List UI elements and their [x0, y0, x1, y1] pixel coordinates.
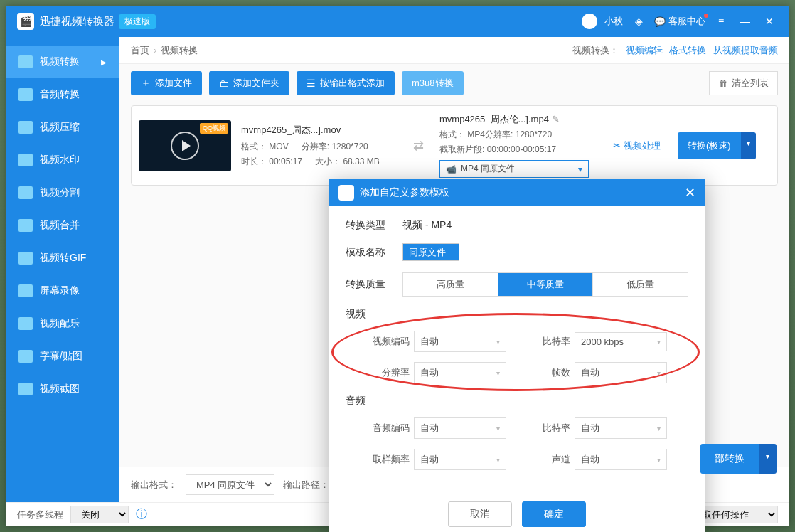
quality-medium-tab[interactable]: 中等质量: [498, 273, 594, 296]
sidebar-item-gif[interactable]: 视频转GIF: [6, 242, 119, 275]
video-convert-icon: [18, 55, 33, 68]
audio-bitrate-select[interactable]: 自动▾: [575, 417, 667, 439]
modal-close-button[interactable]: ✕: [685, 185, 695, 201]
thumb-tag: QQ视频: [200, 123, 228, 134]
output-path-label: 输出路径：: [283, 479, 329, 491]
folder-icon: 🗀: [219, 78, 229, 89]
audio-sample-select[interactable]: 自动▾: [414, 449, 506, 470]
audio-convert-icon: [18, 88, 33, 101]
m3u8-button[interactable]: m3u8转换: [402, 71, 464, 95]
modal-cancel-button[interactable]: 取消: [448, 501, 512, 527]
custom-params-modal: 添加自定义参数模板 ✕ 转换类型视频 - MP4 模板名称 转换质量 高质量 中…: [329, 179, 705, 532]
video-compress-icon: [18, 121, 33, 134]
app-title: 迅捷视频转换器: [40, 15, 114, 28]
info-icon[interactable]: ⓘ: [136, 507, 147, 522]
edit-name-icon[interactable]: ✎: [552, 114, 560, 124]
video-resolution-select[interactable]: 自动▾: [414, 362, 506, 383]
clear-list-button[interactable]: 🗑清空列表: [709, 71, 778, 95]
chevron-right-icon: ›: [154, 45, 156, 55]
audio-codec-select[interactable]: 自动▾: [414, 417, 506, 439]
add-by-format-button[interactable]: ☰按输出格式添加: [297, 71, 395, 95]
video-icon: 📹: [446, 164, 457, 174]
customer-service-button[interactable]: 💬 客服中心: [654, 15, 705, 28]
username[interactable]: 小秋: [604, 15, 623, 28]
bgm-icon: [18, 317, 33, 330]
user-avatar[interactable]: [582, 14, 597, 29]
add-file-button[interactable]: ＋添加文件: [131, 71, 202, 95]
template-name-input[interactable]: [402, 243, 459, 261]
sidebar-item-split[interactable]: 视频分割: [6, 176, 119, 209]
video-process-button[interactable]: ✂视频处理: [613, 139, 661, 152]
swap-icon[interactable]: ⇄: [413, 138, 424, 154]
split-icon: [18, 186, 33, 199]
app-badge: 极速版: [119, 14, 156, 29]
link-video-edit[interactable]: 视频编辑: [626, 45, 663, 55]
file-row: QQ视频 mvmp4265_周杰...].mov 格式： MOV分辨率: 128…: [131, 105, 778, 186]
app-logo-icon: 🎬: [17, 13, 34, 30]
video-fps-select[interactable]: 自动▾: [575, 362, 667, 383]
notification-dot-icon: [704, 14, 708, 18]
multithread-select[interactable]: 关闭: [70, 506, 129, 523]
video-codec-select[interactable]: 自动▾: [414, 331, 506, 352]
chevron-right-icon: ▶: [101, 58, 107, 66]
video-bitrate-select[interactable]: 2000 kbps▾: [575, 332, 667, 351]
modal-ok-button[interactable]: 确定: [522, 501, 586, 527]
convert-all-button[interactable]: 部转换: [700, 444, 759, 474]
modal-title: 添加自定义参数模板: [360, 186, 449, 199]
scissors-icon: ✂: [613, 140, 621, 151]
plus-icon: ＋: [141, 77, 151, 90]
modal-logo-icon: [338, 185, 354, 201]
sidebar-item-subtitle[interactable]: 字幕/贴图: [6, 340, 119, 373]
watermark-icon: [18, 154, 33, 166]
sidebar-item-merge[interactable]: 视频合并: [6, 209, 119, 242]
output-format-label: 输出格式：: [131, 479, 177, 491]
breadcrumb-home[interactable]: 首页: [131, 44, 149, 57]
sidebar-item-video-convert[interactable]: 视频转换▶: [6, 46, 119, 78]
audio-section-title: 音频: [346, 395, 688, 408]
record-icon: [18, 284, 33, 297]
sidebar-item-bgm[interactable]: 视频配乐: [6, 307, 119, 340]
trash-icon: 🗑: [718, 78, 727, 89]
member-icon[interactable]: ◈: [630, 13, 647, 30]
chat-icon: 💬: [654, 16, 666, 27]
convert-button[interactable]: 转换(极速): [678, 132, 741, 159]
audio-channel-select[interactable]: 自动▾: [575, 449, 667, 470]
output-format-dropdown[interactable]: MP4 同原文件: [186, 474, 274, 495]
menu-icon[interactable]: ≡: [713, 13, 730, 30]
video-section-title: 视频: [346, 308, 688, 321]
sidebar-item-screen-record[interactable]: 屏幕录像: [6, 275, 119, 307]
convert-dropdown[interactable]: ▾: [741, 132, 756, 159]
breadcrumb-current: 视频转换: [161, 44, 198, 57]
video-thumbnail[interactable]: QQ视频: [139, 120, 231, 171]
convert-all-dropdown[interactable]: ▾: [759, 444, 777, 474]
list-icon: ☰: [306, 78, 316, 89]
input-filename: mvmp4265_周杰...].mov: [241, 124, 398, 137]
minimize-button[interactable]: —: [737, 13, 754, 30]
sidebar-item-audio-convert[interactable]: 音频转换: [6, 78, 119, 111]
convert-type-value: 视频 - MP4: [402, 219, 452, 232]
link-format-convert[interactable]: 格式转换: [669, 45, 706, 55]
add-folder-button[interactable]: 🗀添加文件夹: [209, 71, 289, 95]
chevron-down-icon: ▾: [578, 164, 582, 174]
breadcrumb: 首页 › 视频转换 视频转换： 视频编辑 格式转换 从视频提取音频: [119, 37, 789, 64]
multithread-label: 任务多线程: [17, 509, 63, 521]
close-button[interactable]: ✕: [761, 13, 778, 30]
output-format-select[interactable]: 📹MP4 同原文件▾: [439, 160, 589, 178]
quality-low-tab[interactable]: 低质量: [593, 273, 688, 296]
screenshot-icon: [18, 383, 33, 395]
output-filename: mvmp4265_周杰伦...].mp4: [439, 114, 549, 124]
quality-high-tab[interactable]: 高质量: [403, 273, 498, 296]
sidebar-item-watermark[interactable]: 视频水印: [6, 144, 119, 176]
merge-icon: [18, 219, 33, 232]
gif-icon: [18, 252, 33, 265]
sidebar-item-screenshot[interactable]: 视频截图: [6, 373, 119, 405]
sidebar-item-video-compress[interactable]: 视频压缩: [6, 111, 119, 144]
sidebar: 视频转换▶ 音频转换 视频压缩 视频水印 视频分割 视频合并 视频转GIF 屏幕…: [6, 37, 119, 502]
titlebar: 🎬 迅捷视频转换器 极速版 小秋 ◈ 💬 客服中心 ≡ — ✕: [6, 6, 789, 37]
subtitle-icon: [18, 350, 33, 363]
link-extract-audio[interactable]: 从视频提取音频: [713, 45, 778, 55]
